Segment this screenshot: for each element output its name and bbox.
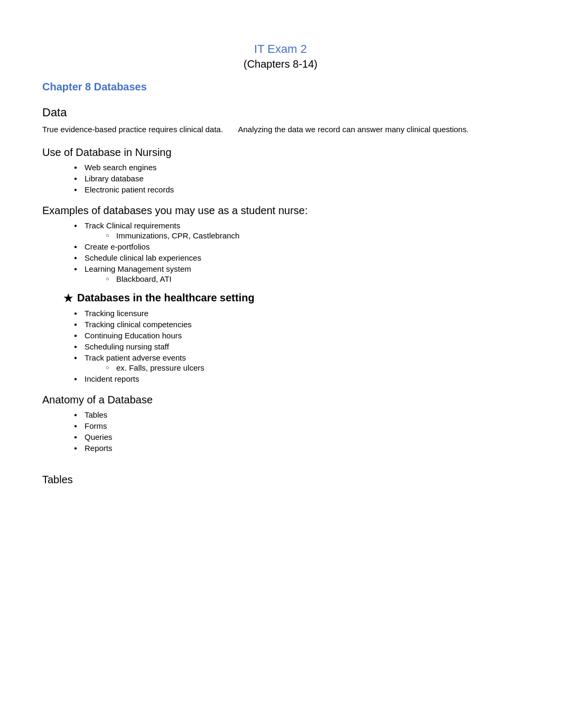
list-item: Scheduling nursing staff (74, 342, 519, 351)
list-item: Create e-portfolios (74, 242, 519, 251)
healthcare-heading-text: Databases in the healthcare setting (77, 292, 255, 304)
list-item: Electronic patient records (74, 185, 519, 194)
examples-list: Track Clinical requirements Immunization… (74, 221, 519, 283)
healthcare-list: Tracking licensure Tracking clinical com… (74, 309, 519, 383)
list-item: Learning Management system Blackboard, A… (74, 264, 519, 283)
list-item: Forms (74, 421, 519, 430)
list-item: Reports (74, 444, 519, 453)
page-subtitle: (Chapters 8-14) (42, 58, 519, 70)
sub-list-item: Blackboard, ATI (106, 274, 519, 283)
sub-list: Blackboard, ATI (106, 274, 519, 283)
examples-heading: Examples of databases you may use as a s… (42, 205, 519, 217)
list-item: Track Clinical requirements Immunization… (74, 221, 519, 240)
star-icon: ★ (63, 292, 73, 305)
sub-list: Immunizations, CPR, Castlebranch (106, 231, 519, 240)
list-item: Library database (74, 174, 519, 183)
list-item: Incident reports (74, 374, 519, 383)
data-section-text: True evidence-based practice requires cl… (42, 124, 519, 136)
list-item: Schedule clinical lab experiences (74, 253, 519, 262)
data-section-heading: Data (42, 106, 519, 119)
page-title: IT Exam 2 (42, 42, 519, 56)
use-of-database-heading: Use of Database in Nursing (42, 146, 519, 159)
page-header: IT Exam 2 (Chapters 8-14) (42, 42, 519, 70)
anatomy-heading: Anatomy of a Database (42, 394, 519, 406)
healthcare-heading: ★ Databases in the healthcare setting (63, 292, 519, 305)
list-item: Track patient adverse events ex. Falls, … (74, 353, 519, 372)
tables-heading: Tables (42, 474, 519, 486)
sub-list-item: Immunizations, CPR, Castlebranch (106, 231, 519, 240)
use-of-database-list: Web search engines Library database Elec… (74, 163, 519, 194)
sub-list-item: ex. Falls, pressure ulcers (106, 363, 519, 372)
list-item: Web search engines (74, 163, 519, 172)
sub-list: ex. Falls, pressure ulcers (106, 363, 519, 372)
list-item: Queries (74, 432, 519, 441)
list-item: Tracking licensure (74, 309, 519, 318)
list-item: Tracking clinical competencies (74, 320, 519, 329)
anatomy-list: Tables Forms Queries Reports (74, 410, 519, 453)
list-item: Continuing Education hours (74, 331, 519, 340)
list-item: Tables (74, 410, 519, 419)
chapter-heading: Chapter 8 Databases (42, 81, 519, 93)
